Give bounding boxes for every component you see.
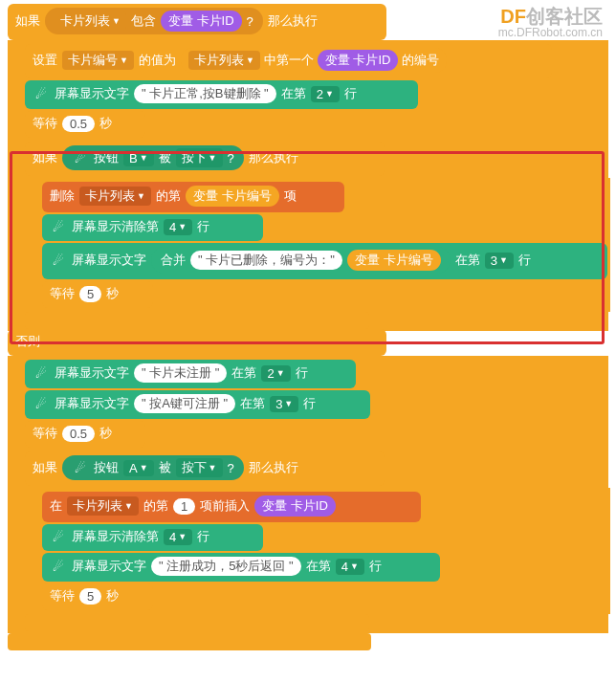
line-dropdown[interactable]: 2▼ <box>311 86 340 102</box>
delete-item-block[interactable]: 删除 卡片列表▼ 的第 变量 卡片编号 项 <box>42 182 344 212</box>
chevron-down-icon: ▼ <box>209 153 217 163</box>
join-block[interactable]: 合并 " 卡片已删除，编号为：" 变量 卡片编号 <box>151 247 451 274</box>
chevron-down-icon: ▼ <box>499 255 508 265</box>
list-dropdown[interactable]: 卡片列表▼ <box>55 11 126 31</box>
button-icon: ☄ <box>72 149 89 166</box>
variable-reporter[interactable]: 变量 卡片编号 <box>186 186 279 207</box>
chevron-down-icon: ▼ <box>178 222 187 231</box>
var-dropdown[interactable]: 卡片编号▼ <box>62 51 134 70</box>
button-icon: ☄ <box>72 459 89 476</box>
wait-block[interactable]: 等待 5 秒 <box>42 583 153 610</box>
chevron-down-icon: ▼ <box>325 89 334 99</box>
chevron-down-icon: ▼ <box>276 368 285 378</box>
wait-block[interactable]: 等待 5 秒 <box>42 281 153 308</box>
screen-icon: ☄ <box>33 395 50 412</box>
else-header[interactable]: 否则 <box>8 329 386 356</box>
chevron-down-icon: ▼ <box>284 399 293 408</box>
wait-block[interactable]: 等待 0.5 秒 <box>25 421 145 448</box>
chevron-down-icon: ▼ <box>112 16 121 26</box>
clear-line-block[interactable]: ☄ 屏幕显示清除第 4▼ 行 <box>42 214 263 241</box>
chevron-down-icon: ▼ <box>120 55 128 65</box>
wait-block[interactable]: 等待 0.5 秒 <box>25 111 145 138</box>
if-block-1-header[interactable]: 如果 卡片列表▼ 包含 变量 卡片ID ? 那么执行 <box>8 4 386 40</box>
screen-icon: ☄ <box>33 85 50 102</box>
clear-line-block[interactable]: ☄ 屏幕显示清除第 4▼ 行 <box>42 524 263 551</box>
chevron-down-icon: ▼ <box>350 561 359 571</box>
screen-icon: ☄ <box>50 528 67 545</box>
display-text-block[interactable]: ☄ 屏幕显示文字 " 按A键可注册 " 在第 3▼ 行 <box>25 390 370 419</box>
variable-pill[interactable]: 变量 卡片ID <box>161 11 242 32</box>
condition-contains[interactable]: 卡片列表▼ 包含 变量 卡片ID ? <box>45 8 263 34</box>
chevron-down-icon: ▼ <box>246 55 254 65</box>
set-variable-block[interactable]: 设置 卡片编号▼ 的值为 卡片列表▼ 中第一个 变量 卡片ID 的编号 <box>25 44 552 78</box>
screen-icon: ☄ <box>50 558 67 575</box>
list-first-index[interactable]: 卡片列表▼ 中第一个 变量 卡片ID 的编号 <box>181 48 448 73</box>
chevron-down-icon: ▼ <box>209 463 217 473</box>
list-dropdown[interactable]: 卡片列表▼ <box>79 187 151 206</box>
insert-item-block[interactable]: 在 卡片列表▼ 的第 1 项前插入 变量 卡片ID <box>42 492 421 522</box>
if-block-3-header[interactable]: 如果 ☄ 按钮 A▼ 被 按下▼ ? 那么执行 <box>25 451 385 486</box>
display-text-join-block[interactable]: ☄ 屏幕显示文字 合并 " 卡片已删除，编号为：" 变量 卡片编号 在第 3▼ … <box>42 243 607 279</box>
text-input[interactable]: " 卡片正常,按B键删除 " <box>134 84 276 103</box>
button-condition[interactable]: ☄ 按钮 A▼ 被 按下▼ ? <box>62 455 244 480</box>
chevron-down-icon: ▼ <box>137 191 145 201</box>
button-condition[interactable]: ☄ 按钮 B▼ 被 按下▼ ? <box>62 145 244 170</box>
chevron-down-icon: ▼ <box>140 463 148 473</box>
screen-icon: ☄ <box>50 218 67 235</box>
display-text-block[interactable]: ☄ 屏幕显示文字 " 卡片正常,按B键删除 " 在第 2▼ 行 <box>25 80 418 109</box>
seconds-input[interactable]: 0.5 <box>62 116 95 132</box>
screen-icon: ☄ <box>50 252 67 269</box>
display-text-block[interactable]: ☄ 屏幕显示文字 " 卡片未注册 " 在第 2▼ 行 <box>25 360 356 388</box>
chevron-down-icon: ▼ <box>178 532 187 541</box>
chevron-down-icon: ▼ <box>124 501 133 511</box>
display-text-block[interactable]: ☄ 屏幕显示文字 " 注册成功，5秒后返回 " 在第 4▼ 行 <box>42 553 440 582</box>
if-block-2-header[interactable]: 如果 ☄ 按钮 B▼ 被 按下▼ ? 那么执行 <box>25 142 385 176</box>
chevron-down-icon: ▼ <box>140 153 148 163</box>
screen-icon: ☄ <box>33 364 50 382</box>
